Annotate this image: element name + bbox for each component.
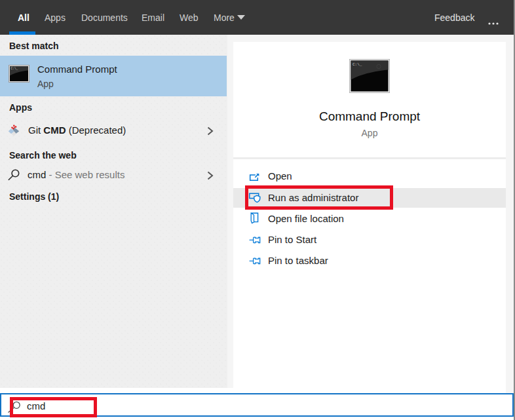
svg-text:C:\_: C:\_ [11, 67, 18, 70]
svg-text:C:\_: C:\_ [353, 62, 362, 67]
